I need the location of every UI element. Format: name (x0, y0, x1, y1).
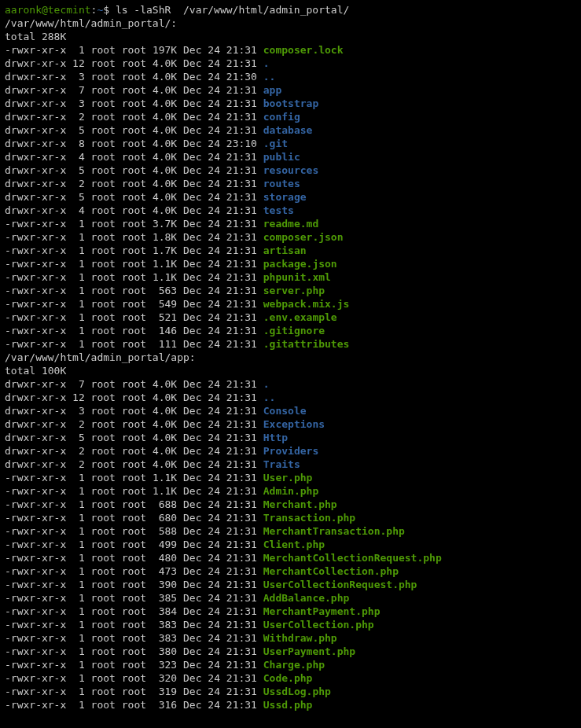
file-size: 4.0K (153, 405, 177, 417)
file-group: root (122, 338, 146, 350)
file-permissions: -rwxr-xr-x (5, 485, 66, 497)
file-permissions: -rwxr-xr-x (5, 258, 66, 270)
file-size: 4.0K (153, 392, 177, 403)
terminal-line: drwxr-xr-x 2 root root 4.0K Dec 24 21:31… (5, 177, 576, 190)
file-group: root (122, 325, 146, 336)
file-group: root (122, 579, 146, 590)
file-date: Dec 24 21:31 (183, 298, 257, 310)
file-date: Dec 24 21:31 (183, 659, 257, 671)
file-group: root (122, 285, 146, 296)
terminal-line: total 100K (5, 364, 576, 377)
file-owner: root (91, 445, 116, 457)
file-group: root (122, 245, 146, 256)
file-permissions: -rwxr-xr-x (5, 245, 66, 256)
file-links: 1 (72, 605, 85, 617)
file-date: Dec 24 21:31 (183, 619, 257, 631)
file-date: Dec 24 21:31 (183, 231, 257, 243)
section-total: total 100K (5, 365, 66, 377)
file-owner: root (91, 512, 116, 524)
file-group: root (122, 311, 146, 323)
file-permissions: -rwxr-xr-x (5, 44, 66, 56)
file-size: 4.0K (153, 191, 177, 203)
file-group: root (122, 378, 146, 390)
file-links: 1 (72, 485, 85, 497)
file-group: root (122, 525, 146, 537)
file-permissions: -rwxr-xr-x (5, 285, 66, 296)
file-permissions: drwxr-xr-x (5, 378, 66, 390)
file-size: 1.8K (153, 231, 177, 243)
terminal-line: /var/www/html/admin_portal/app: (5, 351, 576, 364)
file-size: 4.0K (153, 178, 177, 189)
file-date: Dec 24 21:31 (183, 645, 257, 657)
file-links: 2 (72, 178, 85, 189)
file-owner: root (91, 285, 116, 296)
file-size: 4.0K (153, 432, 177, 443)
file-owner: root (91, 565, 116, 577)
file-owner: root (91, 458, 116, 470)
file-owner: root (91, 378, 116, 390)
file-permissions: -rwxr-xr-x (5, 659, 66, 671)
command-text: ls -laShR /var/www/html/admin_portal/ (116, 4, 349, 16)
file-permissions: drwxr-xr-x (5, 392, 66, 403)
file-group: root (122, 138, 146, 149)
file-name: readme.md (263, 218, 318, 230)
file-owner: root (91, 124, 116, 136)
file-links: 1 (72, 338, 85, 350)
file-name: Code.php (263, 672, 313, 684)
terminal-line: -rwxr-xr-x 1 root root 563 Dec 24 21:31 … (5, 284, 576, 297)
file-group: root (122, 258, 146, 270)
file-owner: root (91, 605, 116, 617)
terminal-line: -rwxr-xr-x 1 root root 146 Dec 24 21:31 … (5, 324, 576, 337)
file-size: 4.0K (153, 204, 177, 216)
file-date: Dec 24 21:31 (183, 164, 257, 176)
file-links: 3 (72, 71, 85, 83)
terminal-line: -rwxr-xr-x 1 root root 1.1K Dec 24 21:31… (5, 257, 576, 270)
file-links: 2 (72, 111, 85, 123)
file-date: Dec 24 21:31 (183, 672, 257, 684)
file-owner: root (91, 178, 116, 189)
file-owner: root (91, 659, 116, 671)
file-permissions: -rwxr-xr-x (5, 271, 66, 283)
terminal-line: drwxr-xr-x 3 root root 4.0K Dec 24 21:31… (5, 404, 576, 417)
terminal-line: drwxr-xr-x 7 root root 4.0K Dec 24 21:31… (5, 377, 576, 391)
file-size: 390 (153, 579, 177, 590)
file-group: root (122, 659, 146, 671)
file-group: root (122, 231, 146, 243)
section-header: /var/www/html/admin_portal/: (5, 17, 177, 29)
file-name: UserCollection.php (263, 619, 374, 631)
file-date: Dec 24 21:31 (183, 44, 257, 56)
file-links: 4 (72, 204, 85, 216)
file-size: 4.0K (153, 57, 177, 69)
file-date: Dec 24 21:31 (183, 218, 257, 230)
terminal-line: drwxr-xr-x 2 root root 4.0K Dec 24 21:31… (5, 417, 576, 431)
file-links: 1 (72, 672, 85, 684)
file-links: 1 (72, 271, 85, 283)
terminal-line: -rwxr-xr-x 1 root root 688 Dec 24 21:31 … (5, 498, 576, 511)
file-size: 384 (153, 605, 177, 617)
file-name: Admin.php (263, 485, 318, 497)
file-owner: root (91, 231, 116, 243)
terminal-line: -rwxr-xr-x 1 root root 549 Dec 24 21:31 … (5, 297, 576, 311)
file-group: root (122, 218, 146, 230)
file-group: root (122, 111, 146, 123)
file-date: Dec 24 21:31 (183, 445, 257, 457)
file-permissions: -rwxr-xr-x (5, 672, 66, 684)
file-links: 1 (72, 645, 85, 657)
file-name: Charge.php (263, 659, 325, 671)
file-size: 480 (153, 552, 177, 564)
file-size: 1.1K (153, 271, 177, 283)
file-size: 4.0K (153, 458, 177, 470)
file-name: AddBalance.php (263, 592, 350, 604)
file-permissions: drwxr-xr-x (5, 178, 66, 189)
file-owner: root (91, 699, 116, 711)
file-owner: root (91, 44, 116, 56)
file-group: root (122, 151, 146, 163)
file-links: 1 (72, 659, 85, 671)
file-size: 4.0K (153, 445, 177, 457)
file-links: 1 (72, 619, 85, 631)
file-owner: root (91, 151, 116, 163)
file-size: 3.7K (153, 218, 177, 230)
file-date: Dec 24 21:31 (183, 311, 257, 323)
file-group: root (122, 405, 146, 417)
terminal-line: drwxr-xr-x 7 root root 4.0K Dec 24 21:31… (5, 83, 576, 97)
